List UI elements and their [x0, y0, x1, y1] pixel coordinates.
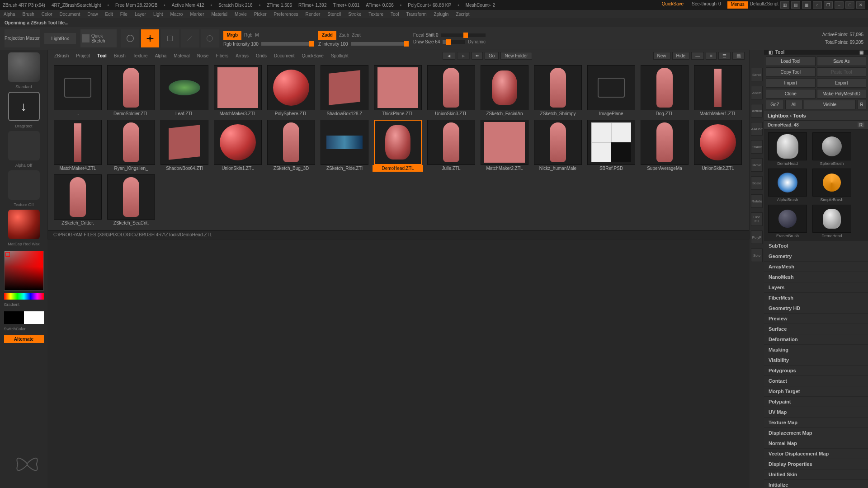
- menu-movie[interactable]: Movie: [235, 12, 247, 17]
- ribbon-actual[interactable]: Actual: [751, 104, 763, 117]
- menu-draw[interactable]: Draw: [87, 12, 98, 17]
- menu-transform[interactable]: Transform: [406, 12, 426, 17]
- move-mode-button[interactable]: [161, 29, 179, 47]
- home-icon[interactable]: ⌂: [813, 1, 822, 9]
- lightbox-item[interactable]: Dog.ZTL: [639, 65, 690, 117]
- close-icon[interactable]: ✕: [856, 1, 865, 9]
- view-list-icon[interactable]: ▤: [732, 52, 745, 60]
- color-picker[interactable]: [4, 251, 44, 291]
- brush-swatch[interactable]: [8, 52, 40, 82]
- make-polymesh-button[interactable]: Make PolyMesh3D: [817, 89, 867, 99]
- menu-document[interactable]: Document: [60, 12, 80, 17]
- panel-texture-map[interactable]: Texture Map: [764, 418, 868, 428]
- rgb-button[interactable]: Rgb: [244, 33, 252, 38]
- goz-button[interactable]: GoZ: [766, 100, 784, 109]
- mrgb-button[interactable]: Mrgb: [223, 31, 241, 40]
- menu-stencil[interactable]: Stencil: [327, 12, 341, 17]
- tool-thumb[interactable]: DemoHead: [767, 132, 808, 166]
- ribbon-aahalf[interactable]: AAHalf: [751, 122, 763, 136]
- tab-grids[interactable]: Grids: [254, 52, 269, 59]
- lightbox-item[interactable]: Ryan_Kingslien_: [106, 120, 156, 172]
- panel-nanomesh[interactable]: NanoMesh: [764, 272, 868, 282]
- lightbox-item[interactable]: ZSketch_FacialAn: [479, 65, 530, 117]
- menu-color[interactable]: Color: [42, 12, 52, 17]
- panel-polygroups[interactable]: Polygroups: [764, 366, 868, 376]
- clone-button[interactable]: Clone: [766, 89, 816, 99]
- paste-tool-button[interactable]: Paste Tool: [817, 67, 867, 77]
- menu-alpha[interactable]: Alpha: [4, 12, 15, 17]
- lightbox-item[interactable]: UnionSkin2.ZTL: [693, 120, 743, 172]
- panel-visibility[interactable]: Visibility: [764, 355, 868, 366]
- menu-marker[interactable]: Marker: [190, 12, 204, 17]
- lightbox-item[interactable]: ShadowBox64.ZTl: [159, 120, 210, 172]
- lightbox-item[interactable]: MatchMaker4.ZTL: [52, 120, 103, 172]
- go-button[interactable]: Go: [485, 52, 499, 60]
- quick-sketch-button[interactable]: Quick Sketch: [80, 29, 117, 47]
- panel-masking[interactable]: Masking: [764, 345, 868, 355]
- panel-geometry-hd[interactable]: Geometry HD: [764, 303, 868, 314]
- nav-fwd-button[interactable]: ►: [457, 52, 470, 60]
- stroke-swatch[interactable]: ↓: [8, 92, 40, 121]
- color-swatches[interactable]: [4, 311, 44, 324]
- lightbox-item[interactable]: UnionSkin1.ZTL: [212, 120, 263, 172]
- lightbox-item[interactable]: DemoSoldier.ZTL: [106, 65, 156, 117]
- material-swatch[interactable]: [8, 210, 40, 239]
- load-tool-button[interactable]: Load Tool: [766, 56, 816, 66]
- lightbox-item[interactable]: ZSketch_SeaCrit.: [106, 174, 156, 226]
- panel-initialize[interactable]: Initialize: [764, 480, 868, 488]
- lightbox-item[interactable]: ShadowBox128.Z: [319, 65, 370, 117]
- menu-picker[interactable]: Picker: [254, 12, 267, 17]
- float-icon[interactable]: ❐: [824, 1, 833, 9]
- menus-toggle[interactable]: Menus: [727, 1, 748, 9]
- goz-visible-button[interactable]: Visible: [804, 100, 856, 109]
- tool-thumb[interactable]: AlphaBrush: [767, 169, 808, 202]
- ribbon-frame[interactable]: Frame: [751, 140, 763, 154]
- menu-stroke[interactable]: Stroke: [348, 12, 361, 17]
- panel-arraymesh[interactable]: ArrayMesh: [764, 262, 868, 272]
- export-button[interactable]: Export: [817, 78, 867, 88]
- focal-shift-slider[interactable]: [441, 33, 486, 37]
- panel-contact[interactable]: Contact: [764, 376, 868, 386]
- tab-alpha[interactable]: Alpha: [153, 52, 169, 59]
- view-small-icon[interactable]: —: [691, 52, 704, 60]
- lightbox-item[interactable]: ThickPlane.ZTL: [373, 65, 423, 117]
- lightbox-item[interactable]: SBRef.PSD: [586, 120, 637, 172]
- tab-tool[interactable]: Tool: [95, 52, 108, 59]
- layout-icon-2[interactable]: ▤: [791, 1, 800, 9]
- see-through-label[interactable]: See-through: [692, 1, 717, 9]
- menu-texture[interactable]: Texture: [368, 12, 383, 17]
- menu-zplugin[interactable]: Zplugin: [434, 12, 449, 17]
- tab-noise[interactable]: Noise: [195, 52, 211, 59]
- layout-icon-1[interactable]: ▥: [780, 1, 789, 9]
- tab-fibers[interactable]: Fibers: [214, 52, 230, 59]
- lightbox-tools-header[interactable]: Lightbox › Tools: [764, 111, 868, 121]
- panel-deformation[interactable]: Deformation: [764, 334, 868, 345]
- ribbon-line-fill[interactable]: Line Fill: [751, 212, 763, 226]
- lightbox-button[interactable]: LightBox: [44, 33, 76, 44]
- panel-morph-target[interactable]: Morph Target: [764, 386, 868, 397]
- tool-thumb[interactable]: EraserBrush: [767, 205, 808, 238]
- tool-header[interactable]: ◧Tool▣: [764, 50, 868, 55]
- lightbox-item[interactable]: Nickz_humanMale: [533, 120, 583, 172]
- menu-material[interactable]: Material: [212, 12, 228, 17]
- tab-brush[interactable]: Brush: [112, 52, 127, 59]
- quicksave-button[interactable]: QuickSave: [662, 1, 684, 9]
- new-folder-button[interactable]: New Folder: [500, 52, 532, 60]
- rotate-mode-button[interactable]: [201, 29, 219, 47]
- menu-layer[interactable]: Layer: [135, 12, 146, 17]
- panel-unified-skin[interactable]: Unified Skin: [764, 469, 868, 480]
- menu-zscript[interactable]: Zscript: [456, 12, 469, 17]
- ribbon-zoom[interactable]: Zoom: [751, 86, 763, 99]
- lightbox-item[interactable]: UnionSkin3.ZTL: [426, 65, 476, 117]
- hide-button[interactable]: Hide: [672, 52, 690, 60]
- panel-vector-displacement-map[interactable]: Vector Displacement Map: [764, 449, 868, 459]
- minimize-icon[interactable]: –: [835, 1, 844, 9]
- alternate-button[interactable]: Alternate: [4, 335, 44, 343]
- lightbox-item[interactable]: SuperAverageMa: [639, 120, 690, 172]
- dynamic-toggle[interactable]: Dynamic: [468, 39, 486, 44]
- goz-r-button[interactable]: R: [857, 100, 866, 109]
- tool-thumb[interactable]: SimpleBrush: [811, 169, 853, 202]
- import-button[interactable]: Import: [766, 78, 816, 88]
- layout-icon-3[interactable]: ▦: [802, 1, 811, 9]
- nav-back-button[interactable]: ◄: [443, 52, 455, 60]
